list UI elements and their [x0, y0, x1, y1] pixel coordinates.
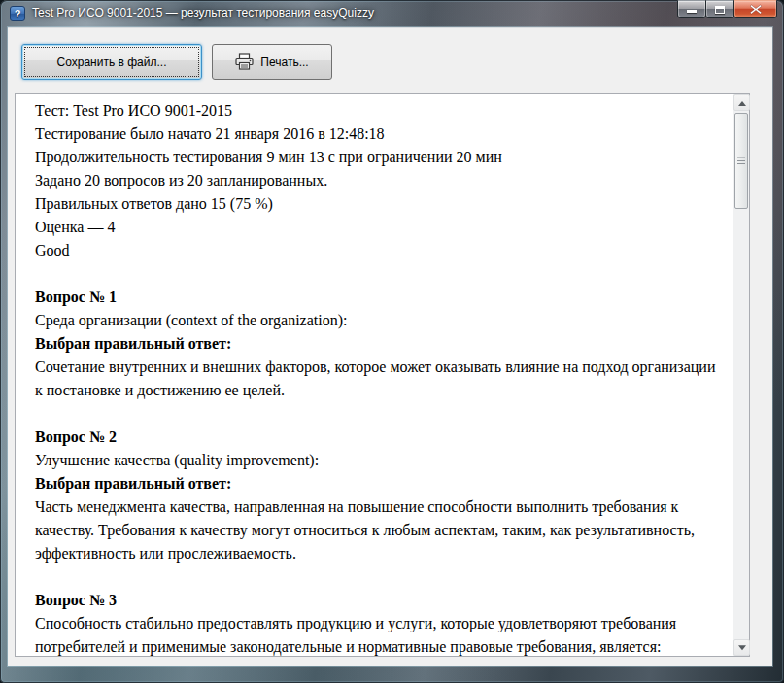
answer-label: Выбран правильный ответ:	[35, 472, 719, 495]
question-block: Вопрос № 1 Среда организации (context of…	[35, 286, 719, 402]
scroll-down-button[interactable]	[733, 639, 750, 656]
vertical-scrollbar[interactable]	[733, 94, 749, 656]
arrow-up-icon	[738, 101, 746, 106]
question-text: Способность стабильно предоставлять прод…	[35, 612, 719, 656]
window-controls	[678, 0, 777, 18]
question-title: Вопрос № 1	[35, 286, 719, 309]
summary-line: Тестирование было начато 21 января 2016 …	[35, 122, 719, 146]
scrollbar-thumb[interactable]	[734, 113, 748, 209]
answer-text: Часть менеджмента качества, направленная…	[35, 495, 719, 565]
question-title: Вопрос № 2	[35, 426, 719, 449]
close-icon	[749, 1, 762, 18]
report-content: Тест: Test Pro ИСО 9001-2015 Тестировани…	[16, 94, 733, 656]
answer-label: Выбран правильный ответ:	[35, 332, 719, 356]
save-button-label: Сохранить в файл...	[57, 55, 167, 69]
maximize-button[interactable]	[705, 0, 734, 18]
printer-icon	[235, 53, 254, 70]
arrow-down-icon	[738, 645, 746, 650]
summary-line: Задано 20 вопросов из 20 запланированных…	[35, 169, 719, 192]
scroll-up-button[interactable]	[733, 94, 750, 111]
print-button[interactable]: Печать...	[212, 44, 332, 80]
result-text-area[interactable]: Тест: Test Pro ИСО 9001-2015 Тестировани…	[15, 93, 750, 657]
summary-line: Правильных ответов дано 15 (75 %)	[35, 192, 719, 216]
question-block: Вопрос № 3 Способность стабильно предост…	[35, 589, 719, 656]
title-bar[interactable]: ? Test Pro ИСО 9001-2015 — результат тес…	[0, 0, 784, 27]
summary-line: Продолжительность тестирования 9 мин 13 …	[35, 146, 719, 169]
answer-text: Сочетание внутренних и внешних факторов,…	[35, 356, 719, 402]
maximize-icon	[715, 6, 725, 14]
print-button-label: Печать...	[260, 55, 308, 69]
summary-line: Good	[35, 239, 719, 262]
client-area: Сохранить в файл... Печать... Тест: Test…	[8, 27, 772, 666]
question-text: Улучшение качества (quality improvement)…	[35, 449, 719, 472]
question-mark-icon: ?	[10, 6, 25, 21]
minimize-button[interactable]	[677, 0, 706, 18]
save-to-file-button[interactable]: Сохранить в файл...	[21, 44, 202, 80]
question-title: Вопрос № 3	[35, 589, 719, 612]
summary-line: Тест: Test Pro ИСО 9001-2015	[35, 99, 719, 122]
minimize-icon	[687, 10, 697, 13]
summary-line: Оценка — 4	[35, 216, 719, 239]
question-text: Среда организации (context of the organi…	[35, 309, 719, 332]
window-title: Test Pro ИСО 9001-2015 — результат тести…	[32, 0, 374, 27]
close-button[interactable]	[733, 0, 777, 18]
result-window: ? Test Pro ИСО 9001-2015 — результат тес…	[0, 0, 784, 683]
question-block: Вопрос № 2 Улучшение качества (quality i…	[35, 426, 719, 565]
